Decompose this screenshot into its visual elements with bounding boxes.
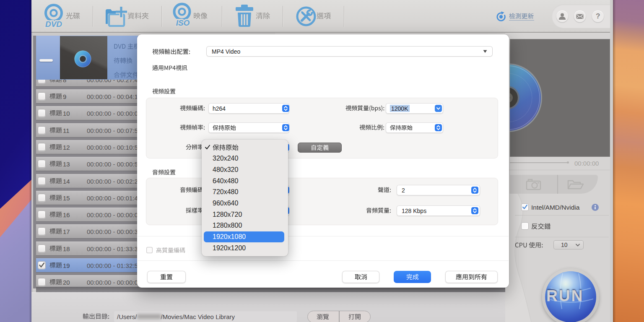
svg-text:ISO: ISO: [176, 18, 190, 27]
svg-text:DVD: DVD: [45, 20, 62, 29]
